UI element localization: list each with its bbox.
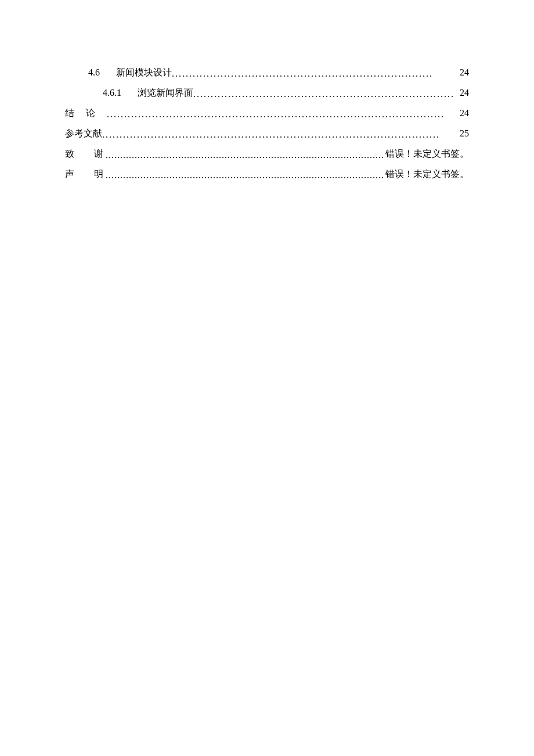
toc-number: 4.6 — [88, 67, 100, 78]
toc-leader-dots: ........................................… — [107, 109, 459, 120]
toc-leader-dots: ........................................… — [193, 89, 459, 99]
toc-title: 浏览新闻界面 — [138, 87, 193, 99]
toc-entry: 参考文献 ...................................… — [65, 128, 469, 140]
toc-title: 致谢 — [65, 148, 106, 160]
toc-entry: 结论 .....................................… — [65, 107, 469, 120]
toc-leader-dots: ........................................… — [172, 69, 459, 79]
toc-entry: 4.6.1 浏览新闻界面 ...........................… — [65, 87, 469, 99]
toc-page-number: 24 — [459, 108, 469, 118]
toc-leader-dots: ........................................… — [102, 129, 459, 140]
toc-title: 参考文献 — [65, 128, 102, 140]
toc-leader-dots: ........................................… — [106, 150, 384, 160]
toc-page-number: 24 — [459, 67, 469, 78]
toc-title: 新闻模块设计 — [116, 67, 172, 79]
toc-title: 结论 — [65, 107, 107, 120]
toc-leader-dots: ........................................… — [106, 170, 384, 181]
toc-page-number: 24 — [459, 88, 469, 98]
toc-page-number: 25 — [459, 128, 469, 139]
toc-page-error: 错误！未定义书签。 — [384, 168, 469, 181]
toc-page-error: 错误！未定义书签。 — [384, 148, 469, 160]
toc-title: 声明 — [65, 168, 106, 181]
toc-entry: 致谢 .....................................… — [65, 148, 469, 160]
toc-entry: 声明 .....................................… — [65, 168, 469, 181]
table-of-contents: 4.6 新闻模块设计 .............................… — [65, 67, 469, 181]
toc-number: 4.6.1 — [103, 88, 121, 98]
toc-entry: 4.6 新闻模块设计 .............................… — [65, 67, 469, 79]
